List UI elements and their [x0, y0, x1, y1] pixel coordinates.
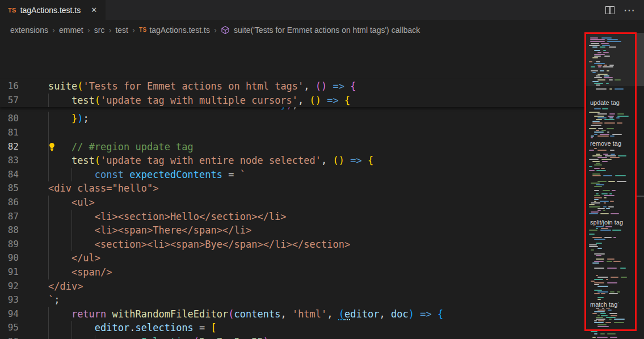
minimap-code-row — [601, 43, 609, 44]
tab-title: tagActions.test.ts — [20, 6, 81, 15]
minimap-code-row — [592, 237, 602, 238]
minimap-code-row — [606, 208, 610, 209]
line-number: 93 — [0, 293, 19, 307]
minimap-code-row — [614, 322, 624, 323]
minimap-code-row — [596, 184, 604, 185]
line-number: 91 — [0, 265, 19, 279]
more-actions-icon[interactable]: ⋯ — [624, 6, 635, 14]
minimap-code-row — [621, 277, 628, 278]
breadcrumb-item-test[interactable]: test — [115, 26, 128, 35]
minimap-code-row — [600, 46, 606, 48]
breadcrumb-separator: › — [214, 25, 217, 35]
breadcrumb-item-extensions[interactable]: extensions — [10, 26, 48, 35]
minimap-code-row — [589, 150, 594, 151]
minimap-code-row — [594, 190, 599, 191]
minimap-code-row — [594, 333, 597, 334]
code-text: </div> — [25, 279, 83, 294]
code-line[interactable]: 94 return withRandomFileEditor(contents,… — [0, 307, 586, 321]
code-line[interactable]: 89 <section><li><span>Bye</span></li></s… — [0, 238, 586, 252]
minimap-code-row — [594, 63, 605, 64]
code-line[interactable]: 92 </div> — [0, 279, 586, 294]
code-line[interactable]: 95 editor.selections = [ — [0, 321, 586, 335]
breadcrumb-item-src[interactable]: src — [94, 26, 105, 35]
minimap-code-row — [603, 206, 607, 207]
code-line[interactable]: 82 // #region update tag — [0, 140, 586, 154]
minimap-code-row — [609, 313, 617, 314]
minimap-code-row — [602, 45, 609, 46]
minimap-code-row — [589, 204, 595, 205]
minimap-code-row — [594, 195, 600, 196]
minimap-section-label: remove tag — [589, 139, 622, 147]
minimap-code-row — [592, 173, 600, 175]
minimap-code-row — [607, 261, 612, 262]
breadcrumb-separator: › — [108, 25, 111, 35]
code-line[interactable]: 83 test('update tag with entire node sel… — [0, 154, 586, 168]
minimap-code-row — [594, 293, 600, 294]
code-line[interactable]: 90 </ul> — [0, 251, 586, 265]
minimap-code-row — [596, 154, 600, 155]
code-line[interactable]: 86 <ul> — [0, 196, 586, 210]
code-line[interactable]: 93 `; — [0, 293, 586, 307]
minimap-code-row — [604, 56, 610, 57]
minimap-code-row — [608, 116, 614, 117]
minimap[interactable]: update tagremove tagsplit/join tagmatch … — [586, 32, 637, 339]
minimap-code-row — [610, 201, 614, 202]
minimap-code-row — [607, 259, 614, 260]
code-line[interactable]: 85 <div class="hello"> — [0, 181, 586, 196]
minimap-code-row — [594, 186, 602, 187]
minimap-code-row — [596, 319, 605, 320]
minimap-code-row — [589, 206, 600, 207]
minimap-code-row — [612, 134, 622, 135]
code-line[interactable]: 84 const expectedContents = ` — [0, 168, 586, 182]
minimap-code-row — [615, 175, 626, 176]
minimap-code-row — [594, 320, 597, 321]
vertical-scrollbar[interactable] — [637, 32, 644, 339]
tab-tagactions-test-ts[interactable]: TS tagActions.test.ts ✕ — [0, 0, 106, 20]
split-editor-icon[interactable] — [605, 6, 614, 14]
minimap-code-row — [594, 197, 602, 198]
code-line[interactable]: 91 <span/> — [0, 265, 586, 279]
minimap-code-row — [597, 157, 607, 158]
typescript-file-icon: TS — [139, 27, 146, 33]
scrollbar-thumb[interactable] — [637, 33, 644, 86]
tab-bar: TS tagActions.test.ts ✕ ⋯ — [0, 0, 644, 20]
breadcrumb-separator: › — [87, 25, 90, 35]
scrollbar-marker — [637, 196, 644, 197]
minimap-code-row — [591, 125, 601, 126]
minimap-code-row — [597, 117, 607, 118]
minimap-code-row — [610, 135, 614, 137]
minimap-code-row — [605, 155, 616, 156]
editor[interactable]: });80 });8182 // #region update tag83 te… — [0, 40, 586, 339]
breadcrumb-item-symbol[interactable]: suite('Tests for Emmet actions on html t… — [221, 26, 420, 35]
code-line[interactable]: 87 <li><section>Hello</section></li> — [0, 210, 586, 224]
breadcrumb-item-file[interactable]: TStagActions.test.ts — [139, 26, 210, 35]
code-text: test('update tag with entire node select… — [25, 154, 373, 168]
minimap-code-row — [612, 230, 621, 231]
code-line[interactable]: 57 test('update tag with multiple cursor… — [0, 94, 586, 108]
code-line[interactable]: 96 new Selection(3, 7, 3, 25), — [0, 335, 586, 339]
indent-guide — [48, 126, 49, 140]
code-content[interactable]: });80 });8182 // #region update tag83 te… — [0, 79, 586, 339]
minimap-code-row — [604, 195, 614, 196]
minimap-code-row — [597, 135, 608, 137]
sticky-scroll[interactable]: 16 suite('Tests for Emmet actions on htm… — [0, 79, 586, 107]
line-number: 88 — [0, 223, 19, 238]
code-line[interactable]: 80 }); — [0, 112, 586, 126]
minimap-code-row — [594, 268, 604, 269]
minimap-code-row — [589, 112, 600, 113]
code-text: new Selection(3, 7, 3, 25), — [25, 335, 275, 339]
minimap-code-row — [589, 246, 598, 247]
code-text: <section><li><span>Bye</span></li></sect… — [25, 238, 350, 252]
minimap-code-row — [594, 282, 604, 283]
code-line[interactable]: 81 — [0, 126, 586, 140]
minimap-code-row — [610, 157, 620, 158]
minimap-code-row — [589, 244, 597, 245]
minimap-code-row — [592, 57, 598, 58]
breadcrumb-item-emmet[interactable]: emmet — [59, 26, 83, 35]
minimap-code-row — [610, 291, 614, 293]
code-line[interactable]: 16 suite('Tests for Emmet actions on htm… — [0, 79, 586, 94]
minimap-code-row — [613, 261, 621, 262]
minimap-code-row — [596, 275, 598, 276]
code-line[interactable]: 88 <li><span>There</span></li> — [0, 223, 586, 238]
close-icon[interactable]: ✕ — [89, 5, 99, 15]
